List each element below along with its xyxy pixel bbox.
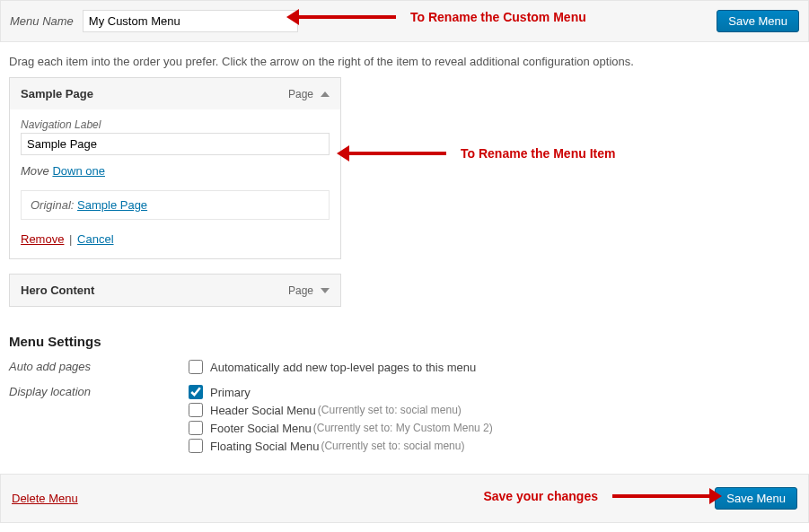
item-action-links: Remove | Cancel: [21, 232, 330, 246]
save-menu-button-bottom[interactable]: Save Menu: [715, 487, 797, 510]
auto-add-text: Automatically add new top-level pages to…: [210, 361, 476, 374]
location-primary-checkbox[interactable]: [189, 385, 203, 399]
pipe-divider: |: [69, 232, 72, 246]
location-footer-note: (Currently set to: My Custom Menu 2): [313, 422, 493, 434]
expand-icon[interactable]: [321, 288, 330, 293]
menu-item-title: Sample Page: [21, 87, 93, 100]
move-row: Move Down one: [21, 164, 330, 178]
menu-item-type: Page: [288, 88, 313, 100]
menu-item-type: Page: [288, 284, 313, 297]
menu-name-input[interactable]: [83, 10, 298, 32]
original-page-link[interactable]: Sample Page: [77, 198, 147, 212]
location-header-text: Header Social Menu: [210, 404, 316, 417]
menu-item-expanded: Sample Page Page Navigation Label Move D…: [9, 77, 341, 259]
auto-add-label: Auto add pages: [9, 360, 189, 378]
nav-label-caption: Navigation Label: [21, 118, 330, 131]
original-box: Original: Sample Page: [21, 190, 330, 220]
move-down-link[interactable]: Down one: [52, 164, 105, 178]
menu-item-header[interactable]: Sample Page Page: [10, 78, 340, 109]
location-header-note: (Currently set to: social menu): [318, 404, 462, 416]
delete-menu-link[interactable]: Delete Menu: [12, 492, 78, 505]
instructions-text: Drag each item into the order you prefer…: [0, 42, 809, 77]
location-floating-checkbox[interactable]: [189, 439, 203, 453]
menu-item-collapsed: Hero Content Page: [9, 274, 341, 307]
location-header-checkbox[interactable]: [189, 403, 203, 417]
menu-name-label: Menu Name: [10, 14, 74, 28]
auto-add-checkbox[interactable]: [189, 360, 203, 374]
bottom-bar: Delete Menu Save your changes Save Menu: [0, 474, 809, 523]
cancel-link[interactable]: Cancel: [77, 232, 113, 246]
remove-link[interactable]: Remove: [21, 232, 64, 246]
location-floating-text: Floating Social Menu: [210, 440, 319, 453]
annotation-save-changes: Save your changes: [483, 489, 711, 503]
menu-name-row: Menu Name To Rename the Custom Menu Save…: [0, 0, 809, 42]
nav-label-input[interactable]: [21, 133, 330, 155]
annotation-rename-menu: To Rename the Custom Menu: [297, 10, 586, 24]
location-footer-text: Footer Social Menu: [210, 422, 312, 435]
menu-items-list: Sample Page Page Navigation Label Move D…: [0, 77, 809, 316]
location-footer-checkbox[interactable]: [189, 421, 203, 435]
menu-item-title: Hero Content: [21, 283, 94, 297]
display-location-label: Display location: [9, 385, 189, 457]
collapse-icon[interactable]: [321, 92, 330, 97]
location-primary-text: Primary: [210, 386, 251, 399]
save-menu-button-top[interactable]: Save Menu: [717, 10, 799, 32]
location-floating-note: (Currently set to: social menu): [321, 440, 464, 452]
menu-settings-heading: Menu Settings: [0, 316, 809, 356]
menu-item-body: Navigation Label Move Down one Original:…: [10, 109, 340, 258]
menu-item-header[interactable]: Hero Content Page: [10, 275, 340, 306]
auto-add-row: Auto add pages Automatically add new top…: [0, 356, 809, 381]
display-location-row: Display location Primary Header Social M…: [0, 381, 809, 460]
